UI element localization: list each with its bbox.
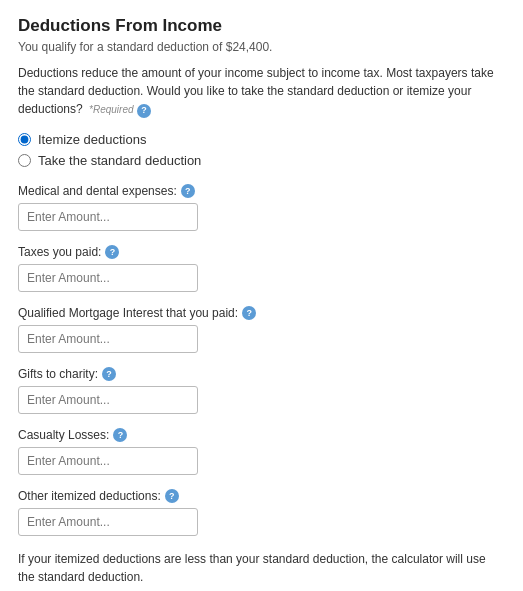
itemize-radio[interactable] — [18, 133, 31, 146]
casualty-label: Casualty Losses: ? — [18, 428, 505, 442]
taxes-field-group: Taxes you paid: ? — [18, 245, 505, 292]
footer-text: If your itemized deductions are less tha… — [18, 550, 505, 586]
other-help-icon[interactable]: ? — [165, 489, 179, 503]
taxes-input[interactable] — [18, 264, 198, 292]
description-help-icon[interactable]: ? — [137, 104, 151, 118]
standard-radio[interactable] — [18, 154, 31, 167]
medical-help-icon[interactable]: ? — [181, 184, 195, 198]
required-label: *Required — [89, 104, 133, 115]
mortgage-field-group: Qualified Mortgage Interest that you pai… — [18, 306, 505, 353]
subtitle: You qualify for a standard deduction of … — [18, 40, 505, 54]
gifts-field-group: Gifts to charity: ? — [18, 367, 505, 414]
other-field-group: Other itemized deductions: ? — [18, 489, 505, 536]
casualty-field-group: Casualty Losses: ? — [18, 428, 505, 475]
standard-radio-item[interactable]: Take the standard deduction — [18, 153, 505, 168]
gifts-input[interactable] — [18, 386, 198, 414]
other-label: Other itemized deductions: ? — [18, 489, 505, 503]
medical-input[interactable] — [18, 203, 198, 231]
taxes-help-icon[interactable]: ? — [105, 245, 119, 259]
casualty-input[interactable] — [18, 447, 198, 475]
medical-field-group: Medical and dental expenses: ? — [18, 184, 505, 231]
mortgage-label: Qualified Mortgage Interest that you pai… — [18, 306, 505, 320]
page-title: Deductions From Income — [18, 16, 505, 36]
description-text: Deductions reduce the amount of your inc… — [18, 64, 505, 118]
mortgage-input[interactable] — [18, 325, 198, 353]
deduction-type-radio-group: Itemize deductions Take the standard ded… — [18, 132, 505, 168]
casualty-help-icon[interactable]: ? — [113, 428, 127, 442]
taxes-label: Taxes you paid: ? — [18, 245, 505, 259]
gifts-help-icon[interactable]: ? — [102, 367, 116, 381]
gifts-label: Gifts to charity: ? — [18, 367, 505, 381]
standard-label[interactable]: Take the standard deduction — [38, 153, 201, 168]
medical-label: Medical and dental expenses: ? — [18, 184, 505, 198]
itemize-radio-item[interactable]: Itemize deductions — [18, 132, 505, 147]
page-container: Deductions From Income You qualify for a… — [18, 16, 505, 591]
other-input[interactable] — [18, 508, 198, 536]
mortgage-help-icon[interactable]: ? — [242, 306, 256, 320]
itemize-label[interactable]: Itemize deductions — [38, 132, 146, 147]
